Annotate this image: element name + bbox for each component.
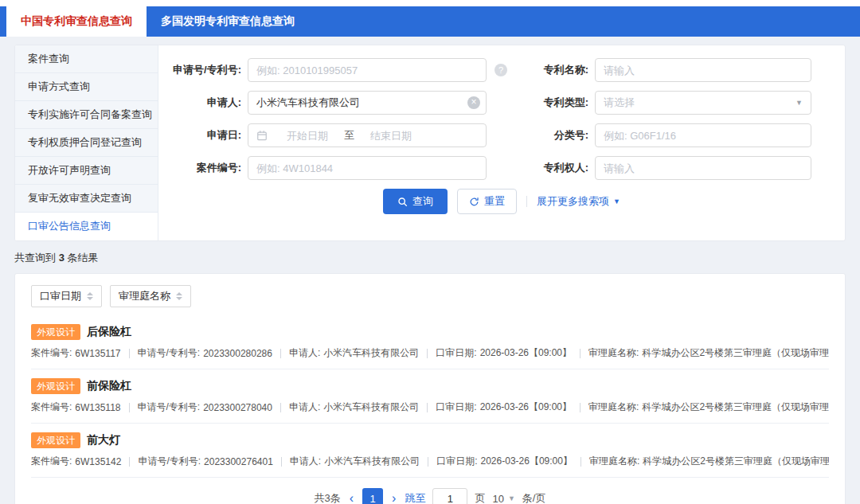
- sidebar-item-case-query[interactable]: 案件查询: [15, 45, 158, 73]
- field-separator: [580, 403, 580, 412]
- refresh-icon: [469, 197, 479, 207]
- sidebar-item-license-record-query[interactable]: 专利实施许可合同备案查询: [15, 101, 158, 129]
- page-unit-label: 页: [475, 491, 485, 504]
- field-separator: [580, 349, 580, 358]
- field-value: 2023300276401: [204, 456, 273, 467]
- field-value: 小米汽车科技有限公司: [323, 400, 419, 414]
- next-page-icon[interactable]: ›: [390, 492, 397, 504]
- field-label: 案件编号:: [31, 400, 72, 414]
- field-value: 科学城办公区2号楼第三审理庭（仅现场审理）: [643, 455, 829, 468]
- field-label: 申请号/专利号:: [138, 346, 201, 360]
- field-label: 申请人:: [290, 455, 321, 468]
- field-separator: [427, 349, 428, 358]
- field-value: 小米汽车科技有限公司: [324, 455, 420, 468]
- current-page-button[interactable]: 1: [362, 488, 383, 504]
- expand-more-search-link[interactable]: 展开更多搜索项 ▼: [537, 194, 620, 209]
- reset-button[interactable]: 重置: [457, 189, 517, 214]
- sidebar-item-pledge-registration-query[interactable]: 专利权质押合同登记查询: [15, 129, 158, 157]
- field-separator: [281, 457, 282, 467]
- pagination: 共3条 ‹ 1 › 跳至 页 10 ▼ 条/页: [31, 478, 829, 504]
- jump-to-label: 跳至: [405, 491, 425, 504]
- search-panel: 案件查询 申请方式查询 专利实施许可合同备案查询 专利权质押合同登记查询 开放许…: [14, 45, 846, 241]
- result-title: 前保险杠: [87, 379, 131, 393]
- field-value: 2026-03-26【09:00】: [481, 455, 573, 468]
- field-label: 案件编号:: [31, 455, 72, 468]
- sort-bar: 口审日期 审理庭名称: [31, 285, 829, 307]
- field-separator: [129, 349, 130, 358]
- sidebar-item-reexamination-decision-query[interactable]: 复审无效审查决定查询: [15, 185, 158, 213]
- result-summary: 共查询到 3 条结果: [14, 251, 846, 265]
- result-panel: 口审日期 审理庭名称 外观设计 后保险杠 案件编号:6W135117 申请号/专…: [14, 273, 846, 504]
- date-range-separator: 至: [344, 128, 354, 143]
- chevron-down-icon: ▼: [508, 494, 515, 502]
- field-label: 申请号/专利号:: [138, 455, 201, 468]
- help-icon[interactable]: ?: [494, 64, 507, 76]
- per-page-select[interactable]: 10 ▼: [492, 493, 514, 504]
- patent-type-badge: 外观设计: [31, 378, 80, 394]
- field-separator: [427, 403, 428, 412]
- patentee-label: 专利权人:: [526, 161, 595, 175]
- field-label: 审理庭名称:: [588, 400, 639, 414]
- application-number-input[interactable]: [248, 58, 487, 82]
- chevron-down-icon: ▼: [613, 197, 620, 205]
- classification-input[interactable]: [595, 123, 811, 147]
- per-page-unit-label: 条/页: [522, 491, 546, 504]
- jump-to-page-input[interactable]: [432, 488, 467, 504]
- sort-by-court-name-button[interactable]: 审理庭名称: [110, 285, 191, 307]
- clear-icon[interactable]: ×: [467, 96, 480, 109]
- field-label: 案件编号:: [31, 346, 72, 360]
- field-value: 6W135142: [75, 456, 121, 467]
- field-value: 科学城办公区2号楼第三审理庭（仅现场审理）: [642, 346, 829, 360]
- field-label: 口审日期:: [436, 400, 476, 414]
- field-value: 2026-03-26【09:00】: [480, 346, 572, 360]
- sidebar-item-application-mode-query[interactable]: 申请方式查询: [15, 73, 158, 101]
- patent-name-input[interactable]: [595, 58, 811, 82]
- apply-date-label: 申请日:: [158, 128, 248, 143]
- result-count: 3: [59, 252, 64, 264]
- search-icon: [397, 197, 408, 207]
- field-value: 2023300278040: [203, 402, 272, 413]
- field-separator: [280, 403, 281, 412]
- case-number-label: 案件编号:: [158, 161, 248, 175]
- applicant-input[interactable]: [248, 91, 487, 115]
- result-item: 外观设计 前大灯 案件编号:6W135142 申请号/专利号:202330027…: [31, 424, 829, 478]
- top-nav-bar: 中国专利审查信息查询 多国发明专利审查信息查询: [0, 6, 860, 37]
- field-separator: [580, 457, 581, 467]
- sort-by-hearing-date-button[interactable]: 口审日期: [31, 285, 102, 307]
- field-separator: [129, 403, 130, 412]
- field-value: 科学城办公区2号楼第三审理庭（仅现场审理）: [642, 400, 829, 414]
- applicant-label: 申请人:: [158, 96, 248, 110]
- start-date-input[interactable]: [274, 129, 341, 143]
- field-label: 申请人:: [289, 400, 320, 414]
- sidebar-item-open-license-query[interactable]: 开放许可声明查询: [15, 157, 158, 185]
- case-number-input[interactable]: [248, 156, 487, 180]
- divider: [526, 196, 527, 207]
- top-gap: [0, 0, 860, 6]
- pagination-total: 共3条: [315, 491, 341, 504]
- field-separator: [280, 349, 281, 358]
- sort-icon: [87, 292, 93, 300]
- field-separator: [428, 457, 428, 467]
- prev-page-icon[interactable]: ‹: [348, 492, 355, 504]
- field-value: 6W135118: [75, 402, 120, 413]
- search-button[interactable]: 查询: [383, 189, 448, 214]
- sidebar-item-oral-hearing-query[interactable]: 口审公告信息查询: [15, 213, 158, 240]
- end-date-input[interactable]: [358, 129, 424, 143]
- patent-type-label: 专利类型:: [526, 96, 595, 110]
- tab-multi-country-query[interactable]: 多国发明专利审查信息查询: [147, 6, 309, 37]
- patent-name-label: 专利名称:: [526, 63, 595, 77]
- result-title: 后保险杠: [87, 325, 131, 339]
- apply-date-range-picker[interactable]: 至: [248, 123, 487, 147]
- calendar-icon: [256, 130, 268, 141]
- patent-type-select[interactable]: 请选择 ▼: [595, 91, 811, 115]
- field-label: 审理庭名称:: [588, 346, 639, 360]
- search-form: 申请号/专利号: ? 专利名称: 申请人: × 专利类型: 请选择 ▼: [158, 45, 845, 240]
- field-label: 申请号/专利号:: [138, 400, 201, 414]
- field-value: 6W135117: [75, 348, 120, 359]
- chevron-down-icon: ▼: [796, 99, 803, 107]
- patentee-input[interactable]: [595, 156, 811, 180]
- result-item: 外观设计 后保险杠 案件编号:6W135117 申请号/专利号:20233002…: [31, 315, 829, 369]
- field-label: 口审日期:: [436, 346, 476, 360]
- tab-china-patent-query[interactable]: 中国专利审查信息查询: [6, 6, 147, 37]
- field-value: 小米汽车科技有限公司: [323, 346, 419, 360]
